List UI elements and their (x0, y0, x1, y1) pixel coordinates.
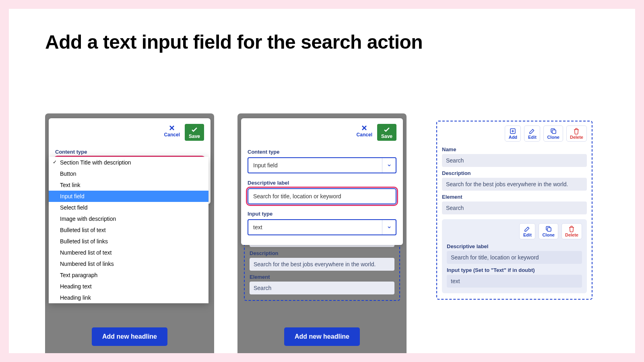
close-icon (168, 124, 176, 132)
delete-button[interactable]: Delete (561, 223, 582, 239)
descriptive-label-input[interactable]: Search for title, location or keyword (248, 188, 396, 204)
content-type-value: Input field (253, 162, 278, 169)
svg-rect-2 (547, 228, 551, 231)
element-label: Element (442, 194, 587, 200)
dropdown-option[interactable]: Button (49, 168, 208, 179)
inner-desc-label-value: Search for title, location or keyword (447, 251, 582, 264)
check-icon (383, 125, 391, 134)
svg-rect-1 (552, 130, 556, 134)
input-type-select[interactable]: text (248, 219, 396, 235)
edit-button[interactable]: Edit (519, 223, 535, 239)
save-label: Save (381, 134, 392, 139)
element-value: Search (442, 202, 587, 214)
bg-desc-label: Description (250, 250, 394, 256)
inner-input-type-value: text (447, 275, 582, 288)
panel-result: Add Edit Clone Delete Name Search Descri… (430, 113, 599, 353)
bg-element-value: Search (250, 282, 394, 294)
descriptive-label-value: Search for title, location or keyword (253, 193, 341, 200)
dropdown-option[interactable]: Heading link (49, 292, 208, 303)
content-type-dropdown: Section Title with descriptionButtonText… (49, 157, 208, 303)
description-value: Search for the best jobs everywhere in t… (442, 178, 587, 191)
delete-label: Delete (570, 135, 583, 140)
edit-label: Edit (523, 232, 532, 237)
edit-button[interactable]: Edit (524, 125, 540, 142)
content-type-label: Content type (248, 149, 396, 155)
check-icon (190, 125, 198, 134)
save-label: Save (189, 134, 200, 139)
description-label: Description (442, 170, 587, 176)
name-label: Name (442, 146, 587, 152)
edit-modal: Cancel Save Content type Input field Des… (241, 118, 403, 245)
dropdown-option[interactable]: Bulleted list of text (49, 224, 208, 236)
chevron-down-icon (382, 158, 396, 173)
name-value: Search (442, 154, 587, 167)
dropdown-option[interactable]: Heading text (49, 281, 208, 292)
add-headline-button[interactable]: Add new headline (92, 327, 167, 346)
page-title: Add a text input field for the search ac… (45, 31, 599, 53)
clone-label: Clone (542, 232, 555, 237)
clone-button[interactable]: Clone (539, 223, 558, 239)
descriptive-label-label: Descriptive label (248, 180, 396, 186)
inner-input-type-label: Input type (Set to "Text" if in doubt) (447, 267, 582, 273)
cancel-label: Cancel (357, 132, 372, 138)
dropdown-option[interactable]: Numbered list of text (49, 247, 208, 258)
dropdown-option[interactable]: Bulleted list of links (49, 236, 208, 247)
close-icon (360, 124, 368, 132)
clone-label: Clone (547, 135, 559, 140)
save-button[interactable]: Save (377, 124, 396, 141)
cancel-button[interactable]: Cancel (357, 124, 372, 141)
inner-desc-label-label: Descriptive label (447, 243, 582, 249)
edit-label: Edit (528, 135, 537, 140)
bg-desc-value: Search for the best jobs everywhere in t… (250, 258, 394, 271)
inner-card: Edit Clone Delete Descriptive label Sear… (442, 219, 587, 293)
content-type-label: Content type (55, 149, 204, 155)
input-type-value: text (253, 224, 262, 230)
chevron-down-icon (382, 220, 396, 234)
cancel-button[interactable]: Cancel (164, 124, 180, 141)
bg-element-label: Element (250, 274, 394, 280)
delete-label: Delete (565, 232, 578, 237)
panel-filled-form: Search Description Search for the best j… (237, 113, 407, 353)
panel-dropdown-open: Element Search Add new headline Cancel S… (45, 113, 214, 353)
content-type-select[interactable]: Input field (248, 157, 396, 173)
cancel-label: Cancel (164, 132, 180, 138)
add-headline-button[interactable]: Add new headline (284, 327, 360, 346)
dropdown-option[interactable]: Input field (49, 191, 208, 202)
dropdown-option[interactable]: Numbered list of links (49, 258, 208, 269)
add-button[interactable]: Add (505, 125, 521, 142)
save-button[interactable]: Save (185, 124, 204, 141)
delete-button[interactable]: Delete (566, 125, 587, 142)
dropdown-option[interactable]: Text link (49, 179, 208, 191)
outer-card: Add Edit Clone Delete Name Search Descri… (436, 121, 592, 300)
dropdown-option[interactable]: Select field (49, 202, 208, 213)
dropdown-option[interactable]: Text paragraph (49, 269, 208, 281)
input-type-label: Input type (248, 211, 396, 217)
add-label: Add (509, 135, 517, 140)
dropdown-option[interactable]: Section Title with description (49, 157, 208, 168)
clone-button[interactable]: Clone (543, 125, 563, 142)
dropdown-option[interactable]: Image with description (49, 213, 208, 224)
